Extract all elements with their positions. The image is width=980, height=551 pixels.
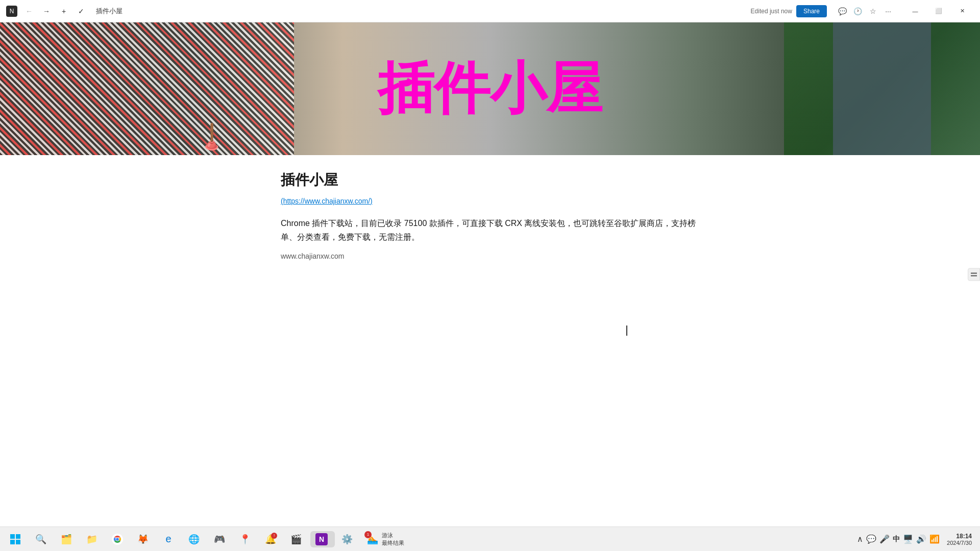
app-logo: N [6, 6, 17, 17]
hero-title: 插件小屋 [378, 51, 602, 127]
chrome-button[interactable] [106, 531, 131, 547]
restore-button[interactable]: ⬜ [927, 3, 950, 19]
taskbar: 🔍 🗂️ 📁 🦊 e [0, 527, 980, 551]
browser2-button[interactable]: 🌐 [183, 531, 207, 547]
site-link[interactable]: (https://www.chajianxw.com/) [281, 197, 699, 205]
sidebar-collapse-button[interactable] [968, 268, 980, 281]
app1-button[interactable]: 🎮 [208, 531, 233, 547]
notification-button[interactable]: 🔔 ! [259, 531, 284, 547]
clock-time: 18:14 [947, 533, 972, 540]
browser2-icon: 🌐 [188, 533, 200, 545]
notification-icon: 🔔 ! [264, 533, 277, 545]
file-explorer-button[interactable]: 🗂️ [55, 531, 80, 547]
page-domain: www.chajianxw.com [281, 252, 699, 260]
microphone-tray-icon[interactable]: 🎤 [879, 534, 890, 544]
back-button[interactable]: ← [21, 4, 37, 19]
system-clock[interactable]: 18:14 2024/7/30 [943, 533, 976, 546]
file-explorer-icon: 🗂️ [60, 533, 72, 545]
svg-rect-1 [16, 534, 20, 539]
search-taskbar-button[interactable]: 🔍 [30, 531, 54, 547]
svg-rect-3 [16, 540, 20, 544]
clock-date: 2024/7/30 [947, 540, 972, 546]
folder-button[interactable]: 📁 [81, 531, 105, 547]
page-description: Chrome 插件下载站，目前已收录 75100 款插件，可直接下载 CRX 离… [281, 216, 699, 244]
map-icon: 📍 [239, 533, 251, 545]
game-app-button[interactable]: 🏊 1 游泳 最终结果 [361, 530, 409, 549]
hero-banner: 插件小屋 🪠 [0, 22, 980, 155]
windows-icon [9, 533, 21, 545]
wechat-tray-icon[interactable]: 💬 [866, 534, 876, 544]
game-sublabel: 最终结果 [382, 539, 404, 547]
network-tray-icon[interactable]: 📶 [929, 534, 940, 544]
forward-button[interactable]: → [39, 4, 54, 19]
app2-button[interactable]: ⚙️ [336, 531, 360, 547]
chrome-icon [111, 533, 124, 545]
svg-rect-2 [10, 540, 15, 544]
window-controls: — ⬜ ✕ [903, 3, 974, 19]
svg-rect-0 [10, 534, 15, 539]
document-title: 插件小屋 [96, 7, 122, 16]
history-button[interactable]: 🕐 [850, 4, 865, 18]
page-heading: 插件小屋 [281, 170, 699, 190]
folder-icon: 📁 [86, 533, 98, 545]
volume-tray-icon[interactable]: 🔊 [916, 534, 926, 544]
more-options-button[interactable]: ··· [881, 4, 895, 18]
content-area: 插件小屋 🪠 插件小屋 (https://www.chajianxw.com/)… [0, 22, 980, 527]
dash-icon-2 [971, 276, 977, 277]
firefox-icon: 🦊 [137, 533, 149, 545]
svg-point-7 [116, 538, 119, 541]
edge-button[interactable]: e [157, 531, 182, 547]
app2-icon: ⚙️ [341, 533, 353, 545]
game-label: 游泳 [382, 532, 404, 539]
start-button[interactable] [4, 531, 29, 547]
display-tray-icon[interactable]: 🖥️ [903, 534, 913, 544]
title-bar-actions: 💬 🕐 ☆ ··· [835, 4, 895, 18]
edited-status: Edited just now [751, 8, 792, 15]
close-button[interactable]: ✕ [950, 3, 974, 19]
comments-button[interactable]: 💬 [835, 4, 849, 18]
onenote-button[interactable]: N [310, 531, 335, 547]
map-button[interactable]: 📍 [234, 531, 258, 547]
minimize-button[interactable]: — [903, 3, 927, 19]
text-cursor [626, 325, 627, 336]
video-button[interactable]: 🎬 [285, 531, 309, 547]
video-icon: 🎬 [290, 533, 302, 545]
onenote-icon: N [315, 533, 328, 545]
main-content: 插件小屋 🪠 插件小屋 (https://www.chajianxw.com/)… [0, 22, 980, 527]
ime-icon[interactable]: 中 [893, 535, 900, 544]
check-button[interactable]: ✓ [74, 4, 89, 19]
dash-icon-1 [971, 273, 977, 274]
game-badge: 1 [364, 531, 372, 538]
app1-icon: 🎮 [213, 533, 226, 545]
favorite-button[interactable]: ☆ [866, 4, 880, 18]
edge-icon: e [162, 533, 175, 545]
search-taskbar-icon: 🔍 [35, 533, 47, 545]
clothing-texture-1 [0, 22, 294, 155]
page-body: 插件小屋 (https://www.chajianxw.com/) Chrome… [260, 155, 720, 276]
nav-buttons: ← → + ✓ [21, 4, 89, 19]
title-bar: N ← → + ✓ 插件小屋 Edited just now Share 💬 🕐… [0, 0, 980, 22]
clothing-texture-3 [833, 22, 931, 155]
firefox-button[interactable]: 🦊 [132, 531, 156, 547]
system-tray: ∧ 💬 🎤 中 🖥️ 🔊 📶 18:14 2024/7/30 [857, 533, 976, 546]
tray-expand-button[interactable]: ∧ [857, 534, 863, 544]
share-button[interactable]: Share [796, 5, 827, 17]
add-button[interactable]: + [56, 4, 71, 19]
title-bar-right: Edited just now Share 💬 🕐 ☆ ··· — ⬜ ✕ [751, 3, 974, 19]
